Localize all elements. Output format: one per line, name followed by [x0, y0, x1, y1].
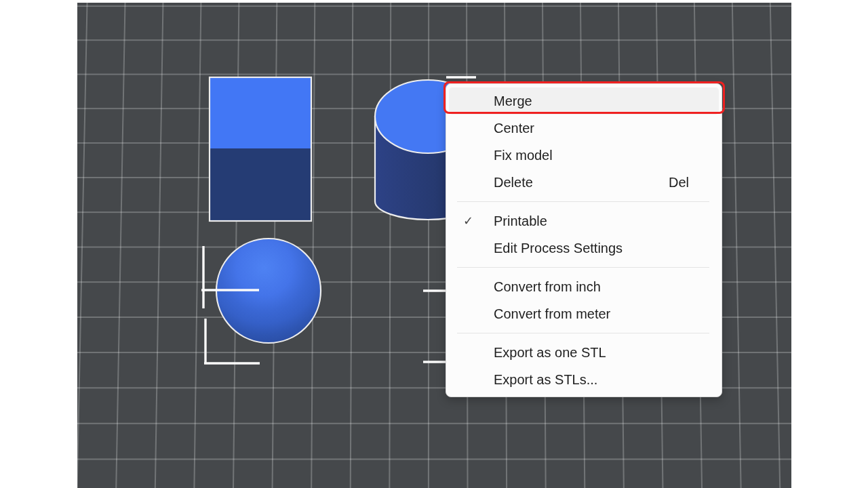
menu-separator: [457, 333, 709, 333]
menu-item-edit-process-settings[interactable]: Edit Process Settings: [446, 235, 722, 262]
menu-item-label: Printable: [494, 214, 722, 229]
menu-item-convert-from-inch[interactable]: Convert from inch: [446, 273, 722, 300]
menu-item-center[interactable]: Center: [446, 115, 722, 142]
menu-item-export-as-stls[interactable]: Export as STLs...: [446, 366, 722, 393]
menu-separator: [457, 267, 709, 268]
menu-separator: [457, 201, 709, 202]
menu-item-label: Delete: [494, 175, 669, 190]
menu-item-label: Center: [494, 121, 722, 136]
menu-item-shortcut: Del: [669, 175, 689, 190]
menu-item-label: Convert from meter: [494, 306, 722, 322]
menu-item-convert-from-meter[interactable]: Convert from meter: [446, 300, 722, 327]
menu-item-label: Export as STLs...: [494, 372, 722, 388]
menu-item-label: Fix model: [494, 148, 722, 163]
menu-item-printable[interactable]: ✓Printable: [446, 207, 722, 235]
context-menu: MergeCenterFix modelDeleteDel✓PrintableE…: [446, 83, 722, 397]
menu-item-label: Export as one STL: [494, 345, 722, 361]
menu-item-label: Merge: [494, 94, 719, 109]
menu-item-label: Convert from inch: [494, 279, 722, 295]
menu-item-delete[interactable]: DeleteDel: [446, 169, 722, 196]
checkmark-icon: ✓: [463, 215, 494, 227]
menu-item-fix-model[interactable]: Fix model: [446, 142, 722, 169]
slicer-3d-viewport[interactable]: MergeCenterFix modelDeleteDel✓PrintableE…: [0, 0, 868, 488]
menu-item-merge[interactable]: Merge: [449, 87, 719, 115]
menu-item-label: Edit Process Settings: [494, 241, 722, 256]
menu-item-export-as-one-stl[interactable]: Export as one STL: [446, 339, 722, 366]
